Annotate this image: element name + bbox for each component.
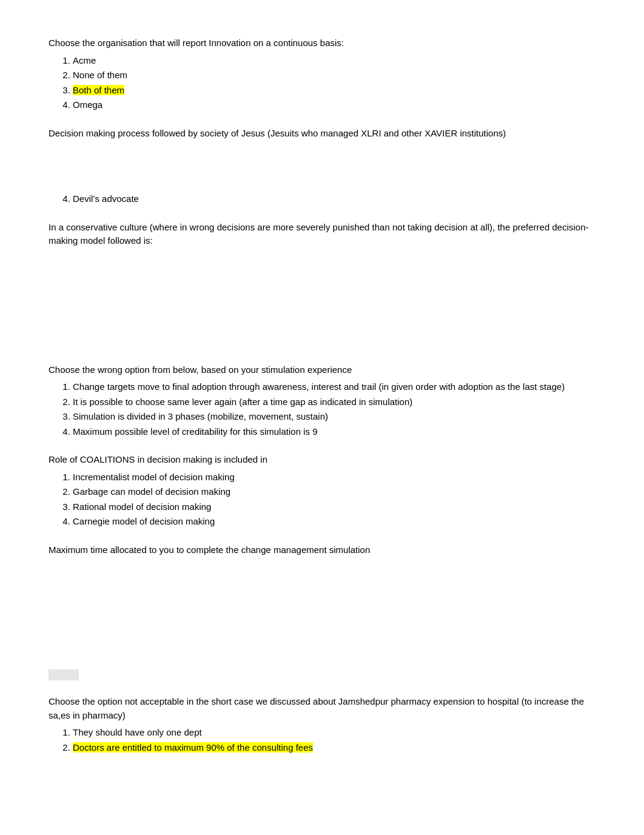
list-item: Maximum possible level of creditability … bbox=[73, 425, 595, 439]
section-q2: Decision making process followed by soci… bbox=[49, 127, 595, 206]
list-item: Rational model of decision making bbox=[73, 500, 595, 514]
list-item: They should have only one dept bbox=[73, 726, 595, 740]
question-text-q3: In a conservative culture (where in wron… bbox=[49, 221, 595, 248]
list-item: Change targets move to final adoption th… bbox=[73, 380, 595, 394]
question-text-q7: Choose the option not acceptable in the … bbox=[49, 695, 595, 722]
list-item: None of them bbox=[73, 69, 595, 82]
section-q6: Maximum time allocated to you to complet… bbox=[49, 543, 595, 681]
section-q3: In a conservative culture (where in wron… bbox=[49, 221, 595, 349]
answer-list-q2: Devil’s advocate bbox=[49, 192, 595, 206]
answer-list-q7: They should have only one dept Doctors a… bbox=[49, 726, 595, 754]
question-text-q5: Role of COALITIONS in decision making is… bbox=[49, 453, 595, 467]
question-text-q1: Choose the organisation that will report… bbox=[49, 36, 595, 50]
question-text-q6: Maximum time allocated to you to complet… bbox=[49, 543, 595, 557]
answer-list-q4: Change targets move to final adoption th… bbox=[49, 380, 595, 438]
redacted-element bbox=[49, 669, 79, 680]
spacer-q3 bbox=[49, 252, 595, 349]
question-text-q4: Choose the wrong option from below, base… bbox=[49, 363, 595, 377]
spacer-q6 bbox=[49, 560, 595, 669]
list-item: Incrementalist model of decision making bbox=[73, 471, 595, 485]
list-item: Omega bbox=[73, 98, 595, 112]
list-item: Acme bbox=[73, 54, 595, 68]
highlighted-answer: Both of them bbox=[73, 85, 124, 95]
list-item: Garbage can model of decision making bbox=[73, 485, 595, 499]
section-q1: Choose the organisation that will report… bbox=[49, 36, 595, 112]
list-item: Both of them bbox=[73, 84, 595, 98]
list-item: Carnegie model of decision making bbox=[73, 515, 595, 529]
list-item: Devil’s advocate bbox=[73, 192, 595, 206]
spacer-q2 bbox=[49, 144, 595, 192]
list-item: Simulation is divided in 3 phases (mobil… bbox=[73, 410, 595, 424]
list-item: Doctors are entitled to maximum 90% of t… bbox=[73, 741, 595, 755]
section-q4: Choose the wrong option from below, base… bbox=[49, 363, 595, 439]
question-text-q2: Decision making process followed by soci… bbox=[49, 127, 595, 141]
answer-list-q5: Incrementalist model of decision making … bbox=[49, 471, 595, 529]
highlighted-answer-q7: Doctors are entitled to maximum 90% of t… bbox=[73, 742, 313, 753]
section-q7: Choose the option not acceptable in the … bbox=[49, 695, 595, 754]
section-q5: Role of COALITIONS in decision making is… bbox=[49, 453, 595, 529]
answer-list-q1: Acme None of them Both of them Omega bbox=[49, 54, 595, 112]
list-item: It is possible to choose same lever agai… bbox=[73, 395, 595, 409]
